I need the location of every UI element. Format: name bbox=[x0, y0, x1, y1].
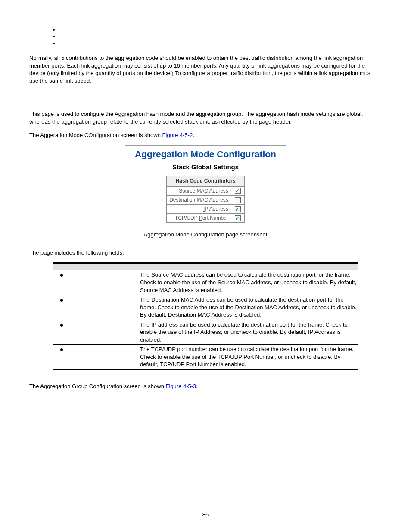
table-row: IP Address bbox=[167, 204, 245, 213]
row-label: TCP/UDP Port Number bbox=[167, 214, 231, 223]
figure-ref-paragraph: The Aggeration Mode COnfiguration screen… bbox=[29, 131, 382, 139]
text: The Aggregation Group Configuration scre… bbox=[29, 383, 166, 389]
field-desc-cell: The IP address can be used to calculate … bbox=[138, 320, 359, 345]
figure-subtitle: Stack Global Settings bbox=[125, 162, 286, 176]
checkbox-dest-mac[interactable] bbox=[235, 197, 241, 203]
field-desc-cell: The TCP/UDP port number can be used to c… bbox=[138, 345, 359, 370]
bullet-icon bbox=[60, 324, 63, 327]
field-name-cell bbox=[53, 270, 138, 295]
checkbox-ip-address[interactable] bbox=[235, 206, 241, 212]
figure-caption: Aggregation Mode Configuration page scre… bbox=[29, 231, 382, 239]
field-name-cell bbox=[53, 345, 138, 370]
bullet-icon bbox=[60, 274, 63, 277]
row-label: Destination MAC Address bbox=[167, 195, 231, 204]
row-label: IP Address bbox=[167, 204, 231, 213]
bullet-item bbox=[59, 33, 382, 40]
figure-link[interactable]: Figure 4-5-3 bbox=[166, 383, 196, 389]
table-row: The IP address can be used to calculate … bbox=[53, 320, 358, 345]
figure-screenshot: Aggregation Mode Configuration Stack Glo… bbox=[125, 145, 286, 229]
page-number: 86 bbox=[29, 511, 382, 519]
checkbox-tcp-udp[interactable] bbox=[235, 215, 241, 221]
group-figure-ref-paragraph: The Aggregation Group Configuration scre… bbox=[29, 383, 382, 390]
figure-link[interactable]: Figure 4-5-2 bbox=[162, 132, 193, 138]
field-desc-cell: The Source MAC address can be used to ca… bbox=[138, 270, 359, 295]
figure-title: Aggregation Mode Configuration bbox=[125, 146, 286, 162]
fields-intro: The page includes the following fields: bbox=[29, 249, 382, 257]
table-row: The Source MAC address can be used to ca… bbox=[53, 270, 358, 295]
bullet-item bbox=[59, 26, 382, 33]
intro-paragraph: Normally, all 5 contributions to the agg… bbox=[29, 54, 382, 84]
table-row: Source MAC Address bbox=[167, 186, 245, 195]
config-paragraph: This page is used to configure the Aggre… bbox=[29, 110, 382, 125]
row-label: Source MAC Address bbox=[167, 186, 231, 195]
table-row: TCP/UDP Port Number bbox=[167, 214, 245, 223]
fields-table: The Source MAC address can be used to ca… bbox=[53, 262, 358, 370]
field-name-cell bbox=[53, 320, 138, 345]
bullet-icon bbox=[60, 348, 63, 351]
field-desc-cell: The Destination MAC Address can be used … bbox=[138, 295, 359, 320]
table-row: The TCP/UDP port number can be used to c… bbox=[53, 345, 358, 370]
table-row: The Destination MAC Address can be used … bbox=[53, 295, 358, 320]
bullet-icon bbox=[60, 299, 63, 302]
text: The Aggeration Mode COnfiguration screen… bbox=[29, 132, 162, 138]
top-bullet-list bbox=[59, 26, 382, 47]
table-header: Hash Code Contributors bbox=[167, 176, 245, 186]
checkbox-source-mac[interactable] bbox=[235, 188, 241, 194]
bullet-item bbox=[59, 40, 382, 47]
hash-contributors-table: Hash Code Contributors Source MAC Addres… bbox=[166, 176, 245, 223]
table-row: Destination MAC Address bbox=[167, 195, 245, 204]
field-name-cell bbox=[53, 295, 138, 320]
